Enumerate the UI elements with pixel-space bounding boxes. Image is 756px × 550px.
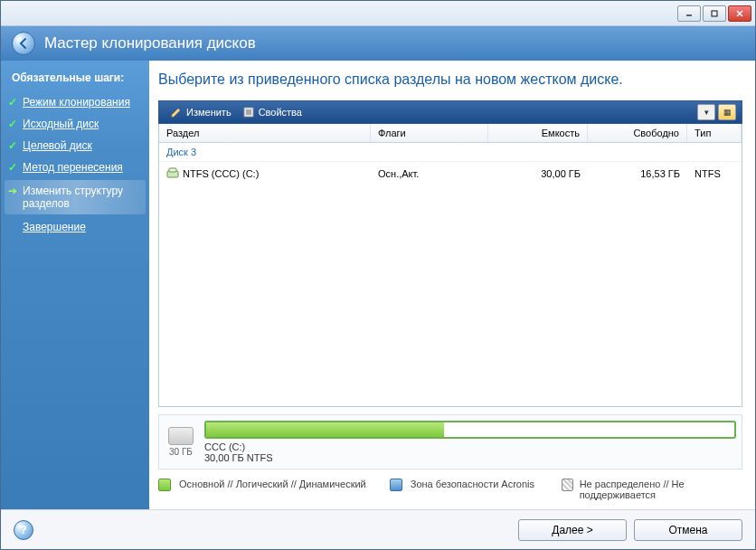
grid-group[interactable]: Диск 3: [159, 143, 742, 162]
svg-rect-1: [712, 11, 717, 16]
sidebar-step-finish[interactable]: Завершение: [1, 216, 149, 238]
disk-bar[interactable]: CCC (C:) 30,00 ГБ NTFS: [204, 421, 736, 463]
col-capacity[interactable]: Емкость: [488, 124, 588, 142]
sidebar-step-label: Режим клонирования: [23, 96, 130, 109]
arrow-right-icon: ➔: [8, 185, 19, 195]
col-free[interactable]: Свободно: [588, 124, 687, 142]
sidebar-title: Обязательные шаги:: [1, 68, 149, 91]
sidebar-step-label: Изменить структуру разделов: [23, 185, 123, 210]
check-icon: ✓: [8, 139, 19, 150]
disk-thumb: 30 ГБ: [165, 427, 197, 457]
properties-icon: [242, 106, 255, 119]
sidebar-step-clone-mode[interactable]: ✓ Режим клонирования: [1, 91, 149, 113]
instruction-text: Выберите из приведенного списка разделы …: [158, 70, 742, 93]
next-button[interactable]: Далее >: [518, 519, 627, 541]
pencil-icon: [170, 106, 183, 119]
back-button[interactable]: [12, 32, 35, 55]
maximize-button[interactable]: [703, 5, 726, 22]
properties-label: Свойства: [259, 107, 302, 118]
col-type[interactable]: Тип: [687, 124, 742, 142]
wizard-window: Мастер клонирования дисков Обязательные …: [0, 0, 756, 550]
columns-button[interactable]: ▾: [697, 104, 715, 120]
sidebar-step-label: Исходный диск: [23, 118, 99, 130]
minimize-button[interactable]: [677, 5, 701, 22]
partition-type: NTFS: [687, 166, 742, 181]
grid-header: Раздел Флаги Емкость Свободно Тип: [159, 124, 742, 143]
disk-bar-name: CCC (C:): [204, 441, 245, 452]
check-icon: ✓: [8, 118, 19, 128]
legend-swatch-unalloc: [562, 479, 573, 491]
help-button[interactable]: ?: [14, 520, 33, 540]
disk-bar-fill: [206, 422, 444, 437]
disk-bar-detail: 30,00 ГБ NTFS: [204, 452, 273, 463]
check-icon: ✓: [8, 96, 19, 107]
sidebar-step-change-layout[interactable]: ➔ Изменить структуру разделов: [5, 180, 146, 214]
legend-swatch-primary: [158, 479, 171, 491]
partition-row[interactable]: NTFS (CCC) (C:) Осн.,Акт. 30,00 ГБ 16,53…: [159, 162, 742, 185]
partition-name: NTFS (CCC) (C:): [183, 168, 259, 179]
view-button[interactable]: ▦: [718, 104, 736, 120]
legend: Основной // Логический // Динамический З…: [158, 479, 742, 500]
disk-icon: [168, 427, 194, 445]
sidebar-step-transfer-method[interactable]: ✓ Метод перенесения: [1, 156, 149, 178]
sidebar: Обязательные шаги: ✓ Режим клонирования …: [1, 61, 149, 509]
sidebar-step-label: Целевой диск: [23, 139, 92, 152]
cancel-button[interactable]: Отмена: [634, 519, 742, 541]
legend-swatch-zone: [390, 479, 402, 491]
partition-grid: Раздел Флаги Емкость Свободно Тип Диск 3…: [158, 124, 742, 407]
wizard-title: Мастер клонирования дисков: [44, 34, 256, 52]
col-flags[interactable]: Флаги: [371, 124, 488, 142]
grid-body: Диск 3 NTFS (CCC) (C:) Осн.,Акт. 30,00 Г…: [159, 143, 742, 406]
header: Мастер клонирования дисков: [1, 26, 755, 61]
disk-size: 30 ГБ: [169, 447, 193, 457]
close-button[interactable]: [728, 5, 751, 22]
edit-label: Изменить: [186, 107, 232, 118]
partition-flags: Осн.,Акт.: [371, 166, 488, 181]
toolbar: Изменить Свойства ▾ ▦: [158, 100, 742, 124]
svg-rect-9: [169, 168, 176, 172]
col-partition[interactable]: Раздел: [159, 124, 371, 142]
footer: ? Далее > Отмена: [1, 509, 755, 549]
sidebar-step-label: Завершение: [23, 221, 86, 233]
partition-capacity: 30,00 ГБ: [488, 166, 588, 181]
sidebar-step-target-disk[interactable]: ✓ Целевой диск: [1, 135, 149, 156]
titlebar: [1, 1, 755, 26]
disk-usage-panel: 30 ГБ CCC (C:) 30,00 ГБ NTFS: [158, 414, 742, 469]
edit-button[interactable]: Изменить: [165, 104, 237, 120]
sidebar-step-source-disk[interactable]: ✓ Исходный диск: [1, 113, 149, 135]
partition-icon: [166, 167, 179, 180]
legend-unalloc: Не распределено // Не поддерживается: [580, 479, 742, 500]
legend-zone: Зона безопасности Acronis: [411, 479, 534, 489]
properties-button[interactable]: Свойства: [237, 104, 307, 120]
blank-icon: [8, 221, 19, 232]
sidebar-step-label: Метод перенесения: [23, 161, 123, 174]
legend-primary: Основной // Логический // Динамический: [179, 479, 366, 489]
main-panel: Выберите из приведенного списка разделы …: [149, 61, 755, 509]
check-icon: ✓: [8, 161, 19, 172]
partition-free: 16,53 ГБ: [588, 166, 687, 181]
